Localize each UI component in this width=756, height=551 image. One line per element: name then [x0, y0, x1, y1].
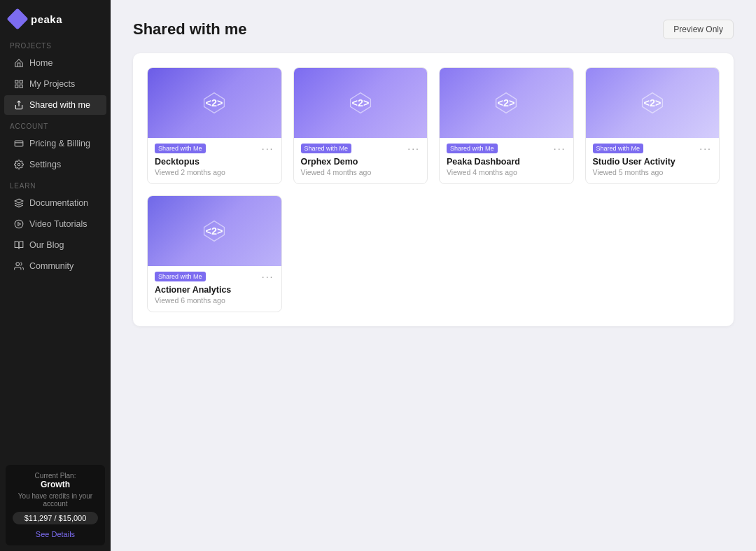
sidebar-item-video-tutorials[interactable]: Video Tutorials [4, 214, 106, 234]
sidebar-footer: Current Plan: Growth You have credits in… [6, 465, 105, 545]
cards-grid-row1: <2> Shared with Me ··· Decktopus Viewed … [147, 67, 720, 184]
sidebar-item-our-blog[interactable]: Our Blog [4, 235, 106, 255]
card-logo-icon: <2> [493, 90, 519, 116]
projects-section-label: Projects [0, 35, 111, 53]
card-time: Viewed 4 months ago [447, 168, 566, 176]
svg-rect-2 [15, 85, 18, 88]
svg-point-9 [15, 220, 23, 228]
card-body: Shared with Me ··· Peaka Dashboard Viewe… [440, 138, 573, 183]
sidebar-item-pricing-billing[interactable]: Pricing & Billing [4, 134, 106, 153]
card-menu-button[interactable]: ··· [699, 144, 712, 153]
card-logo-icon: <2> [202, 218, 227, 244]
card-logo-icon: <2> [640, 90, 665, 116]
svg-point-11 [16, 263, 20, 266]
card-thumbnail: <2> [440, 68, 573, 138]
home-icon [14, 58, 24, 68]
card-body: Shared with Me ··· Orphex Demo Viewed 4 … [294, 138, 428, 183]
page-title: Shared with me [133, 20, 247, 39]
app-name: peaka [31, 13, 62, 25]
card-time: Viewed 4 months ago [301, 168, 421, 176]
credit-card-icon [14, 139, 24, 148]
users-icon [14, 261, 24, 271]
layers-icon [14, 198, 24, 208]
card-badge-row: Shared with Me ··· [301, 144, 421, 153]
app-logo: peaka [0, 0, 111, 35]
card-body: Shared with Me ··· Decktopus Viewed 2 mo… [148, 138, 281, 183]
credits-bar: $11,297 / $15,000 [13, 512, 98, 524]
sidebar-item-settings[interactable]: Settings [4, 155, 106, 174]
card-thumbnail: <2> [148, 196, 281, 266]
credits-value: $11,297 / $15,000 [24, 514, 87, 522]
play-circle-icon [14, 219, 24, 229]
card-thumbnail: <2> [294, 68, 428, 138]
current-plan-label: Current Plan: [13, 472, 98, 480]
share-icon [14, 100, 24, 110]
sidebar: peaka Projects Home My Projects Shared w… [0, 0, 111, 551]
shared-badge: Shared with Me [155, 144, 206, 153]
settings-icon [14, 160, 24, 169]
project-card[interactable]: <2> Shared with Me ··· Decktopus Viewed … [147, 67, 282, 184]
card-badge-row: Shared with Me ··· [593, 144, 713, 153]
sidebar-item-documentation-label: Documentation [29, 198, 88, 208]
sidebar-item-community[interactable]: Community [4, 256, 106, 276]
sidebar-item-documentation[interactable]: Documentation [4, 193, 106, 213]
see-details-link[interactable]: See Details [13, 530, 98, 538]
card-name: Peaka Dashboard [447, 157, 566, 167]
project-card[interactable]: <2> Shared with Me ··· Actioner Analytic… [147, 195, 282, 312]
svg-rect-3 [20, 85, 22, 88]
card-name: Actioner Analytics [155, 285, 274, 295]
card-menu-button[interactable]: ··· [554, 144, 566, 153]
card-logo-icon: <2> [202, 90, 227, 116]
page-header: Shared with me Preview Only [133, 20, 734, 39]
card-badge-row: Shared with Me ··· [155, 272, 274, 281]
sidebar-item-my-projects-label: My Projects [29, 79, 75, 89]
svg-point-7 [18, 163, 20, 166]
sidebar-item-home[interactable]: Home [4, 53, 106, 73]
project-card[interactable]: <2> Shared with Me ··· Peaka Dashboard V… [439, 67, 574, 184]
svg-text:<2>: <2> [351, 97, 369, 109]
card-body: Shared with Me ··· Studio User Activity … [586, 138, 720, 183]
card-badge-row: Shared with Me ··· [447, 144, 566, 153]
card-name: Studio User Activity [593, 157, 713, 167]
card-menu-button[interactable]: ··· [407, 144, 420, 153]
svg-rect-0 [15, 81, 18, 83]
sidebar-item-settings-label: Settings [29, 160, 61, 169]
card-name: Orphex Demo [301, 157, 421, 167]
sidebar-item-my-projects[interactable]: My Projects [4, 74, 106, 94]
account-section-label: Account [0, 116, 111, 133]
grid-icon [14, 79, 24, 89]
card-time: Viewed 5 months ago [593, 168, 713, 176]
shared-badge: Shared with Me [301, 144, 352, 153]
sidebar-item-shared-label: Shared with me [29, 100, 90, 110]
main-content: Shared with me Preview Only <2> Shared w… [111, 0, 756, 551]
project-card[interactable]: <2> Shared with Me ··· Studio User Activ… [585, 67, 720, 184]
card-badge-row: Shared with Me ··· [155, 144, 274, 153]
plan-name: Growth [13, 480, 98, 489]
shared-badge: Shared with Me [447, 144, 498, 153]
svg-marker-8 [15, 199, 23, 203]
svg-rect-1 [20, 81, 22, 83]
sidebar-item-video-tutorials-label: Video Tutorials [29, 219, 87, 229]
shared-badge: Shared with Me [593, 144, 644, 153]
card-thumbnail: <2> [586, 68, 720, 138]
svg-text:<2>: <2> [643, 97, 661, 109]
cards-container: <2> Shared with Me ··· Decktopus Viewed … [133, 53, 734, 326]
book-open-icon [14, 240, 24, 250]
preview-only-button[interactable]: Preview Only [663, 20, 734, 39]
card-menu-button[interactable]: ··· [262, 144, 274, 153]
learn-section-label: Learn [0, 175, 111, 193]
credits-label: You have credits in your account [13, 492, 98, 508]
sidebar-item-our-blog-label: Our Blog [29, 240, 64, 250]
svg-marker-10 [18, 223, 20, 226]
svg-text:<2>: <2> [206, 97, 223, 109]
shared-badge: Shared with Me [155, 272, 206, 281]
card-body: Shared with Me ··· Actioner Analytics Vi… [148, 266, 281, 312]
card-time: Viewed 2 months ago [155, 168, 274, 176]
sidebar-item-home-label: Home [29, 58, 52, 68]
sidebar-item-shared-with-me[interactable]: Shared with me [4, 95, 106, 115]
card-time: Viewed 6 months ago [155, 296, 274, 305]
project-card[interactable]: <2> Shared with Me ··· Orphex Demo Viewe… [293, 67, 428, 184]
card-thumbnail: <2> [148, 68, 281, 138]
card-menu-button[interactable]: ··· [262, 272, 274, 281]
sidebar-item-community-label: Community [29, 261, 74, 271]
